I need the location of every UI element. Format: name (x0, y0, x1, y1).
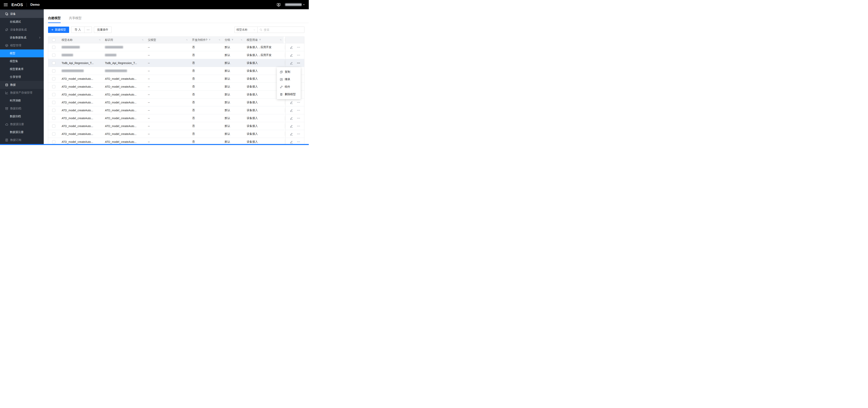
user-menu[interactable]: ▾ (285, 3, 304, 6)
row-checkbox[interactable] (52, 77, 55, 80)
column-resize-handle[interactable] (142, 39, 143, 40)
column-resize-handle[interactable] (186, 39, 187, 40)
sidebar-item-data-archive[interactable]: 数据归档 (0, 113, 44, 120)
table-row[interactable]: ATD_model_createAuto...ATD_model_createA… (48, 122, 304, 130)
table-row[interactable]: ATD_model_createAuto...ATD_model_createA… (48, 114, 304, 122)
table-row[interactable]: ATD_model_createAuto...ATD_model_createA… (48, 75, 304, 83)
column-resize-handle[interactable] (280, 39, 281, 40)
scrollbar-gutter (284, 98, 285, 106)
console-icon[interactable] (276, 3, 281, 7)
row-checkbox[interactable] (52, 133, 55, 136)
cell-model-name: ATD_model_createAuto... (62, 133, 93, 136)
menu-item-copy[interactable]: 复制 (277, 68, 301, 76)
cell-open-as-component: 否 (192, 132, 195, 136)
edit-button[interactable] (290, 46, 293, 49)
select-all-checkbox[interactable] (52, 38, 55, 41)
batch-operations-button[interactable]: 批量操作 (94, 27, 112, 33)
edit-button[interactable] (290, 109, 293, 112)
table-row[interactable]: --否默认设备接入 (48, 67, 304, 75)
redacted-text (105, 69, 127, 72)
more-actions-button[interactable] (297, 133, 300, 136)
edit-button[interactable] (290, 117, 293, 120)
cell-model-usage: 设备接入 (247, 109, 258, 112)
table-row[interactable]: --否默认设备接入，应用开发 (48, 51, 304, 59)
import-more-button[interactable] (84, 27, 92, 33)
column-resize-handle[interactable] (241, 39, 242, 40)
cell-model-usage: 设备接入 (247, 77, 258, 81)
sidebar-item-device-data-integration-group[interactable]: 设备数据集成 (0, 26, 44, 34)
filter-icon[interactable] (209, 39, 211, 41)
sidebar-item-models[interactable]: 模型 (0, 50, 44, 57)
table-row[interactable]: ATD_model_createAuto...ATD_model_createA… (48, 130, 304, 138)
cell-identifier-cell (102, 51, 146, 59)
import-button[interactable]: 导 入 (71, 27, 84, 33)
sidebar-item-data-source-registration[interactable]: 数据源注册 (0, 128, 44, 136)
cell-model-usage-cell: 设备接入 (244, 114, 284, 122)
table-row[interactable]: ATD_model_createAuto...ATD_model_createA… (48, 91, 304, 98)
row-checkbox[interactable] (52, 46, 55, 49)
table-row[interactable]: Tsdb_Api_Regression_T...Tsdb_Api_Regress… (48, 59, 304, 67)
search-input[interactable] (264, 28, 302, 31)
menu-item-delete-model[interactable]: 删除模型 (277, 91, 301, 98)
column-resize-handle[interactable] (219, 39, 220, 40)
table-row[interactable]: --否默认设备接入，应用开发 (48, 43, 304, 51)
cell-identifier-cell: Tsdb_Api_Regression_T... (102, 59, 146, 67)
edit-button[interactable] (290, 133, 293, 136)
sidebar-item-model-management-group[interactable]: 模型管理 (0, 41, 44, 50)
sidebar-item-data-group[interactable]: 数据 (0, 81, 44, 89)
edit-button[interactable] (290, 101, 293, 104)
sidebar-item-data-archive-group[interactable]: 数据归档 (0, 105, 44, 113)
sidebar-item-share-management[interactable]: 分享管理 (0, 73, 44, 81)
edit-button[interactable] (290, 124, 293, 128)
cell-parent-model-cell: -- (146, 43, 190, 51)
more-actions-button[interactable] (297, 101, 300, 104)
sidebar-item-device-data-integration[interactable]: 设备数据集成 (0, 34, 44, 41)
sidebar-item-model-sets[interactable]: 模型集 (0, 57, 44, 65)
sidebar-item-data-subscription-group[interactable]: 数据订阅 (0, 136, 44, 144)
header-checkbox-cell (48, 37, 59, 43)
more-actions-button[interactable] (297, 117, 300, 120)
more-actions-button[interactable] (297, 124, 300, 128)
menu-item-inherit[interactable]: 继承 (277, 76, 301, 83)
cell-open-as-component: 否 (192, 53, 195, 57)
more-actions-button[interactable] (297, 61, 300, 65)
row-checkbox[interactable] (52, 109, 55, 112)
edit-button[interactable] (290, 140, 293, 143)
cell-group-cell: 默认 (222, 83, 244, 90)
row-checkbox-cell (48, 106, 59, 114)
sidebar-item-data-source-registration-group[interactable]: 数据源注册 (0, 120, 44, 128)
menu-item-component[interactable]: 组件 (277, 83, 301, 91)
row-checkbox[interactable] (52, 85, 55, 88)
more-actions-button[interactable] (297, 140, 300, 143)
row-checkbox[interactable] (52, 124, 55, 128)
column-resize-handle[interactable] (99, 39, 100, 40)
row-checkbox[interactable] (52, 69, 55, 72)
edit-button[interactable] (290, 54, 293, 57)
sidebar-item-online-debugging[interactable]: 在线调试 (0, 18, 44, 26)
tab-self-built-models[interactable]: 自建模型 (48, 16, 61, 23)
tab-shared-models[interactable]: 共享模型 (69, 16, 82, 23)
row-checkbox[interactable] (52, 61, 55, 65)
row-checkbox[interactable] (52, 140, 55, 143)
new-model-button[interactable]: 新建模型 (48, 27, 69, 33)
sidebar-item-data-asset-storage-group[interactable]: 数据资产存储管理 (0, 89, 44, 97)
table-row[interactable]: ATD_model_createAuto...ATD_model_createA… (48, 106, 304, 114)
sidebar-item-time-series-insight[interactable]: 时序洞察 (0, 97, 44, 105)
search-field-select[interactable]: 模型名称 (234, 27, 257, 33)
row-checkbox[interactable] (52, 54, 55, 57)
more-actions-button[interactable] (297, 54, 300, 57)
table-row[interactable]: ATD_model_createAuto...ATD_model_createA… (48, 83, 304, 91)
sidebar-item-device[interactable]: 设备 (0, 10, 44, 18)
more-actions-button[interactable] (297, 109, 300, 112)
row-checkbox[interactable] (52, 101, 55, 104)
column-header-id: 标识符 (102, 37, 146, 43)
more-actions-button[interactable] (297, 46, 300, 49)
row-checkbox[interactable] (52, 93, 55, 96)
table-row[interactable]: ATD_model_createAuto...ATD_model_createA… (48, 98, 304, 106)
filter-icon[interactable] (231, 39, 234, 41)
row-checkbox[interactable] (52, 117, 55, 120)
sidebar-item-model-element-library[interactable]: 模型要素库 (0, 65, 44, 73)
hamburger-menu-button[interactable] (0, 0, 11, 9)
filter-icon[interactable] (259, 39, 261, 41)
edit-button[interactable] (290, 61, 293, 65)
